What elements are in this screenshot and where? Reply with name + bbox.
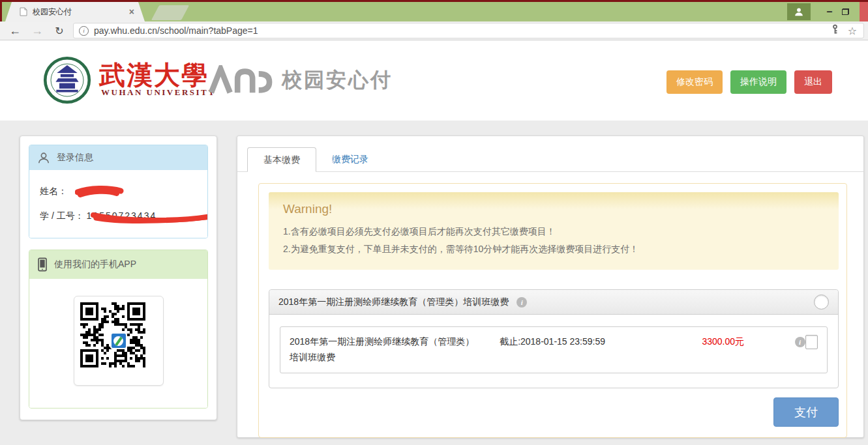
item-info-wrap: i	[795, 336, 805, 347]
university-name-en: WUHAN UNIVERSITY	[101, 87, 216, 98]
name-label: 姓名：	[40, 186, 67, 196]
id-label: 学 / 工号：	[40, 210, 84, 221]
payment-group-header[interactable]: 2018年第一期注册测绘师继续教育（管理类）培训班缴费 i	[269, 290, 838, 315]
login-info-body: 姓名： 学 / 工号： 19550723434	[29, 170, 207, 238]
brand-name: 校园安心付	[282, 66, 393, 94]
sidebar-card: 登录信息 姓名： 学 / 工号： 19550723434	[20, 136, 217, 420]
payment-group: 2018年第一期注册测绘师继续教育（管理类）培训班缴费 i 2018年第一期注册…	[269, 289, 839, 388]
close-button[interactable]	[860, 2, 868, 22]
qr-code	[74, 296, 164, 386]
pay-button[interactable]: 支付	[773, 397, 839, 427]
payment-panel: Warning! 1.含有必缴项目必须先支付必缴项目后才能再次支付其它缴费项目！…	[258, 183, 847, 438]
group-radio-button[interactable]	[814, 294, 829, 309]
item-checkbox[interactable]	[805, 335, 818, 349]
window-controls: –	[787, 2, 868, 22]
name-redaction-scribble	[75, 184, 125, 199]
instructions-button[interactable]: 操作说明	[730, 70, 786, 94]
warning-line-1: 1.含有必缴项目必须先支付必缴项目后才能再次支付其它缴费项目！	[283, 223, 824, 240]
login-info-panel: 登录信息 姓名： 学 / 工号： 19550723434	[29, 145, 208, 238]
mobile-app-title: 使用我们的手机APP	[54, 259, 136, 270]
password-key-icon[interactable]	[830, 24, 840, 37]
minimize-button[interactable]: –	[820, 6, 839, 18]
browser-chrome: 校园安心付 × – ← → ↻ i pay.whu.edu.cn/school/…	[0, 0, 868, 40]
login-info-header: 登录信息	[29, 145, 207, 170]
item-info-icon[interactable]: i	[795, 337, 805, 347]
window-top-border	[0, 0, 868, 2]
login-info-title: 登录信息	[57, 152, 93, 164]
tab-basic-payment[interactable]: 基本缴费	[247, 147, 316, 172]
warning-line-2: 2.为避免重复支付，下单且并未支付的，需等待10分钟才能再次选择缴费项目进行支付…	[283, 240, 824, 258]
id-value: 19550723434	[87, 210, 157, 221]
warning-title: Warning!	[283, 202, 824, 216]
user-icon	[37, 151, 50, 164]
forward-button[interactable]: →	[30, 24, 44, 38]
new-tab-button[interactable]	[151, 5, 189, 20]
tab-close-icon[interactable]: ×	[129, 7, 134, 17]
site-info-icon[interactable]: i	[79, 26, 89, 36]
id-row: 学 / 工号： 19550723434	[40, 209, 197, 222]
mobile-app-panel: 使用我们的手机APP	[29, 250, 208, 409]
screen: 校园安心付 × – ← → ↻ i pay.whu.edu.cn/school/…	[0, 0, 868, 445]
browser-tabbar: 校园安心付 × –	[0, 2, 868, 22]
brand-logo: 校园安心付	[207, 65, 393, 95]
payment-item-name: 2018年第一期注册测绘师继续教育（管理类）培训班缴费	[290, 334, 477, 365]
back-button[interactable]: ←	[8, 24, 22, 38]
site-header: 武漢大學 WUHAN UNIVERSITY 校园安心付 修改密码 操作说明 退出	[0, 40, 868, 121]
page-icon	[20, 7, 27, 16]
payment-group-body: 2018年第一期注册测绘师继续教育（管理类）培训班缴费 截止:2018-01-1…	[269, 315, 838, 388]
tab-title: 校园安心付	[33, 7, 129, 18]
address-bar[interactable]: i pay.whu.edu.cn/school/main?tabPage=1 ☆	[73, 23, 864, 38]
warning-box: Warning! 1.含有必缴项目必须先支付必缴项目后才能再次支付其它缴费项目！…	[269, 192, 839, 270]
payment-group-title: 2018年第一期注册测绘师继续教育（管理类）培训班缴费	[278, 296, 509, 308]
logout-button[interactable]: 退出	[794, 70, 832, 94]
bookmark-star-icon[interactable]: ☆	[848, 25, 857, 37]
phone-icon	[37, 257, 48, 272]
header-buttons: 修改密码 操作说明 退出	[666, 70, 832, 94]
payment-item-row[interactable]: 2018年第一期注册测绘师继续教育（管理类）培训班缴费 截止:2018-01-1…	[280, 326, 828, 373]
tab-payment-records[interactable]: 缴费记录	[316, 147, 384, 171]
browser-toolbar: ← → ↻ i pay.whu.edu.cn/school/main?tabPa…	[0, 22, 868, 40]
mobile-app-body	[29, 279, 207, 408]
content-tabs: 基本缴费 缴费记录	[237, 136, 863, 172]
anp-logo-icon	[207, 65, 273, 95]
browser-tab[interactable]: 校园安心付 ×	[5, 2, 145, 22]
reload-button[interactable]: ↻	[52, 25, 67, 37]
payment-item-price: 3300.00元	[702, 334, 786, 349]
change-password-button[interactable]: 修改密码	[666, 70, 723, 94]
payment-item-deadline: 截止:2018-01-15 23:59:59	[500, 334, 669, 349]
url-text[interactable]: pay.whu.edu.cn/school/main?tabPage=1	[94, 25, 830, 36]
qr-app-icon	[110, 332, 127, 349]
group-info-icon[interactable]: i	[516, 297, 527, 308]
pay-row: 支付	[269, 397, 839, 427]
main-card: 基本缴费 缴费记录 Warning! 1.含有必缴项目必须先支付必缴项目后才能再…	[237, 136, 864, 438]
name-row: 姓名：	[40, 184, 197, 197]
whu-seal-logo	[43, 56, 91, 107]
profile-icon[interactable]	[787, 3, 811, 20]
restore-button[interactable]	[842, 8, 849, 15]
mobile-app-header: 使用我们的手机APP	[29, 250, 207, 279]
